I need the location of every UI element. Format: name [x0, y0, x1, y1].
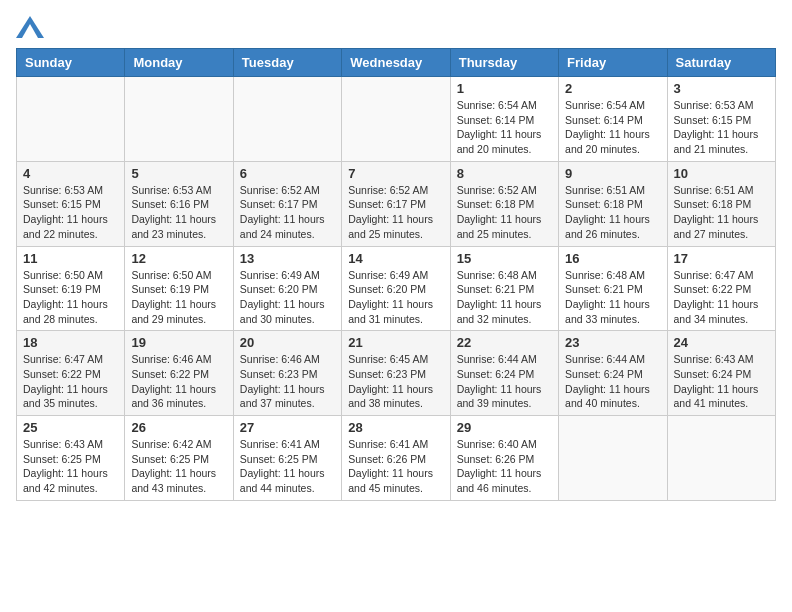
day-cell: 8Sunrise: 6:52 AM Sunset: 6:18 PM Daylig…	[450, 161, 558, 246]
day-number: 25	[23, 420, 118, 435]
day-info: Sunrise: 6:51 AM Sunset: 6:18 PM Dayligh…	[565, 183, 660, 242]
day-cell: 25Sunrise: 6:43 AM Sunset: 6:25 PM Dayli…	[17, 416, 125, 501]
day-number: 12	[131, 251, 226, 266]
day-info: Sunrise: 6:53 AM Sunset: 6:16 PM Dayligh…	[131, 183, 226, 242]
weekday-header-monday: Monday	[125, 49, 233, 77]
day-number: 13	[240, 251, 335, 266]
header	[16, 16, 776, 38]
day-cell: 20Sunrise: 6:46 AM Sunset: 6:23 PM Dayli…	[233, 331, 341, 416]
day-info: Sunrise: 6:40 AM Sunset: 6:26 PM Dayligh…	[457, 437, 552, 496]
day-number: 18	[23, 335, 118, 350]
day-info: Sunrise: 6:48 AM Sunset: 6:21 PM Dayligh…	[457, 268, 552, 327]
day-cell: 1Sunrise: 6:54 AM Sunset: 6:14 PM Daylig…	[450, 77, 558, 162]
day-info: Sunrise: 6:48 AM Sunset: 6:21 PM Dayligh…	[565, 268, 660, 327]
day-number: 5	[131, 166, 226, 181]
day-info: Sunrise: 6:41 AM Sunset: 6:25 PM Dayligh…	[240, 437, 335, 496]
day-cell: 29Sunrise: 6:40 AM Sunset: 6:26 PM Dayli…	[450, 416, 558, 501]
day-cell: 26Sunrise: 6:42 AM Sunset: 6:25 PM Dayli…	[125, 416, 233, 501]
day-info: Sunrise: 6:50 AM Sunset: 6:19 PM Dayligh…	[131, 268, 226, 327]
day-info: Sunrise: 6:45 AM Sunset: 6:23 PM Dayligh…	[348, 352, 443, 411]
day-cell: 21Sunrise: 6:45 AM Sunset: 6:23 PM Dayli…	[342, 331, 450, 416]
day-cell: 4Sunrise: 6:53 AM Sunset: 6:15 PM Daylig…	[17, 161, 125, 246]
day-cell: 27Sunrise: 6:41 AM Sunset: 6:25 PM Dayli…	[233, 416, 341, 501]
day-cell: 13Sunrise: 6:49 AM Sunset: 6:20 PM Dayli…	[233, 246, 341, 331]
day-number: 15	[457, 251, 552, 266]
day-cell: 6Sunrise: 6:52 AM Sunset: 6:17 PM Daylig…	[233, 161, 341, 246]
day-info: Sunrise: 6:54 AM Sunset: 6:14 PM Dayligh…	[565, 98, 660, 157]
day-info: Sunrise: 6:46 AM Sunset: 6:22 PM Dayligh…	[131, 352, 226, 411]
day-number: 1	[457, 81, 552, 96]
day-info: Sunrise: 6:44 AM Sunset: 6:24 PM Dayligh…	[457, 352, 552, 411]
day-info: Sunrise: 6:49 AM Sunset: 6:20 PM Dayligh…	[348, 268, 443, 327]
week-row-2: 4Sunrise: 6:53 AM Sunset: 6:15 PM Daylig…	[17, 161, 776, 246]
day-cell: 10Sunrise: 6:51 AM Sunset: 6:18 PM Dayli…	[667, 161, 775, 246]
day-info: Sunrise: 6:53 AM Sunset: 6:15 PM Dayligh…	[674, 98, 769, 157]
weekday-header-sunday: Sunday	[17, 49, 125, 77]
day-number: 6	[240, 166, 335, 181]
logo	[16, 16, 48, 38]
day-info: Sunrise: 6:51 AM Sunset: 6:18 PM Dayligh…	[674, 183, 769, 242]
day-cell: 7Sunrise: 6:52 AM Sunset: 6:17 PM Daylig…	[342, 161, 450, 246]
day-number: 11	[23, 251, 118, 266]
day-number: 10	[674, 166, 769, 181]
day-info: Sunrise: 6:47 AM Sunset: 6:22 PM Dayligh…	[23, 352, 118, 411]
day-info: Sunrise: 6:52 AM Sunset: 6:18 PM Dayligh…	[457, 183, 552, 242]
weekday-header-friday: Friday	[559, 49, 667, 77]
weekday-header-tuesday: Tuesday	[233, 49, 341, 77]
day-info: Sunrise: 6:43 AM Sunset: 6:25 PM Dayligh…	[23, 437, 118, 496]
weekday-header-wednesday: Wednesday	[342, 49, 450, 77]
day-cell: 16Sunrise: 6:48 AM Sunset: 6:21 PM Dayli…	[559, 246, 667, 331]
day-cell	[667, 416, 775, 501]
week-row-4: 18Sunrise: 6:47 AM Sunset: 6:22 PM Dayli…	[17, 331, 776, 416]
day-number: 16	[565, 251, 660, 266]
day-info: Sunrise: 6:41 AM Sunset: 6:26 PM Dayligh…	[348, 437, 443, 496]
day-info: Sunrise: 6:43 AM Sunset: 6:24 PM Dayligh…	[674, 352, 769, 411]
day-cell: 19Sunrise: 6:46 AM Sunset: 6:22 PM Dayli…	[125, 331, 233, 416]
day-cell: 9Sunrise: 6:51 AM Sunset: 6:18 PM Daylig…	[559, 161, 667, 246]
day-number: 24	[674, 335, 769, 350]
day-info: Sunrise: 6:52 AM Sunset: 6:17 PM Dayligh…	[240, 183, 335, 242]
calendar-table: SundayMondayTuesdayWednesdayThursdayFrid…	[16, 48, 776, 501]
day-cell: 11Sunrise: 6:50 AM Sunset: 6:19 PM Dayli…	[17, 246, 125, 331]
day-number: 8	[457, 166, 552, 181]
day-number: 3	[674, 81, 769, 96]
day-info: Sunrise: 6:42 AM Sunset: 6:25 PM Dayligh…	[131, 437, 226, 496]
day-number: 29	[457, 420, 552, 435]
day-info: Sunrise: 6:54 AM Sunset: 6:14 PM Dayligh…	[457, 98, 552, 157]
day-number: 21	[348, 335, 443, 350]
day-number: 2	[565, 81, 660, 96]
weekday-header-row: SundayMondayTuesdayWednesdayThursdayFrid…	[17, 49, 776, 77]
day-number: 27	[240, 420, 335, 435]
day-number: 19	[131, 335, 226, 350]
weekday-header-saturday: Saturday	[667, 49, 775, 77]
day-number: 23	[565, 335, 660, 350]
week-row-5: 25Sunrise: 6:43 AM Sunset: 6:25 PM Dayli…	[17, 416, 776, 501]
day-info: Sunrise: 6:49 AM Sunset: 6:20 PM Dayligh…	[240, 268, 335, 327]
logo-icon	[16, 16, 44, 38]
day-cell: 18Sunrise: 6:47 AM Sunset: 6:22 PM Dayli…	[17, 331, 125, 416]
day-cell: 17Sunrise: 6:47 AM Sunset: 6:22 PM Dayli…	[667, 246, 775, 331]
day-cell: 12Sunrise: 6:50 AM Sunset: 6:19 PM Dayli…	[125, 246, 233, 331]
day-cell: 22Sunrise: 6:44 AM Sunset: 6:24 PM Dayli…	[450, 331, 558, 416]
day-info: Sunrise: 6:46 AM Sunset: 6:23 PM Dayligh…	[240, 352, 335, 411]
day-cell	[342, 77, 450, 162]
day-cell: 3Sunrise: 6:53 AM Sunset: 6:15 PM Daylig…	[667, 77, 775, 162]
day-info: Sunrise: 6:50 AM Sunset: 6:19 PM Dayligh…	[23, 268, 118, 327]
day-cell	[125, 77, 233, 162]
day-number: 26	[131, 420, 226, 435]
day-cell	[17, 77, 125, 162]
day-cell	[233, 77, 341, 162]
day-cell: 2Sunrise: 6:54 AM Sunset: 6:14 PM Daylig…	[559, 77, 667, 162]
day-cell: 14Sunrise: 6:49 AM Sunset: 6:20 PM Dayli…	[342, 246, 450, 331]
day-info: Sunrise: 6:47 AM Sunset: 6:22 PM Dayligh…	[674, 268, 769, 327]
week-row-3: 11Sunrise: 6:50 AM Sunset: 6:19 PM Dayli…	[17, 246, 776, 331]
day-number: 14	[348, 251, 443, 266]
day-number: 4	[23, 166, 118, 181]
day-number: 22	[457, 335, 552, 350]
day-number: 9	[565, 166, 660, 181]
day-info: Sunrise: 6:44 AM Sunset: 6:24 PM Dayligh…	[565, 352, 660, 411]
day-cell: 15Sunrise: 6:48 AM Sunset: 6:21 PM Dayli…	[450, 246, 558, 331]
day-cell: 28Sunrise: 6:41 AM Sunset: 6:26 PM Dayli…	[342, 416, 450, 501]
day-cell	[559, 416, 667, 501]
day-number: 20	[240, 335, 335, 350]
